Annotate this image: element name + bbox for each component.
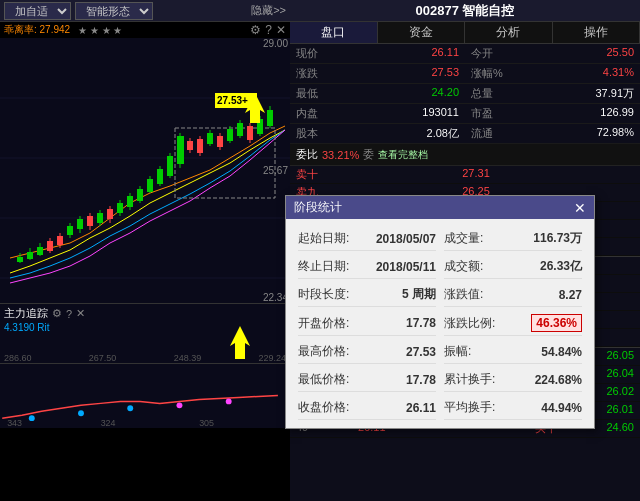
modal-low-value: 17.78: [406, 373, 436, 387]
settings-icon[interactable]: ⚙: [250, 23, 261, 37]
modal-period-value: 5 周期: [402, 286, 436, 303]
total-vol-value: 37.91万: [595, 86, 634, 101]
change-pct-value: 4.31%: [603, 66, 634, 81]
pe-row: 市盈 126.99: [465, 104, 640, 124]
tab-capital[interactable]: 资金: [378, 22, 466, 43]
indicator-settings-icon[interactable]: ⚙: [52, 307, 62, 320]
change-label: 涨跌: [296, 66, 318, 81]
indicator-help-icon[interactable]: ?: [66, 308, 72, 320]
low-label: 最低: [296, 86, 318, 101]
tab-analysis[interactable]: 分析: [465, 22, 553, 43]
ma-label: 乖离率: 27.942: [4, 23, 70, 37]
commission-bar: 委比 33.21% 委 查看完整档: [290, 144, 640, 166]
modal-volume-label: 成交量:: [444, 230, 483, 247]
current-price-label: 现价: [296, 46, 318, 61]
indicator-close-icon[interactable]: ✕: [76, 307, 85, 320]
shares-label: 股本: [296, 126, 318, 141]
change-pct-row: 涨幅% 4.31%: [465, 64, 640, 84]
price-29: 29.00: [263, 38, 288, 49]
modal-title-bar: 阶段统计 ✕: [286, 196, 594, 219]
internal-row: 内盘 193011: [290, 104, 465, 124]
svg-rect-39: [187, 141, 193, 150]
svg-rect-21: [97, 213, 103, 223]
modal-low-row: 最低价格: 17.78: [298, 368, 436, 392]
chart-toolbar: 加自适 智能形态 隐藏>>: [0, 0, 290, 22]
indicator-name: 主力追踪: [4, 306, 48, 321]
svg-rect-46: [217, 136, 223, 147]
trade-right-price2: 26.04: [606, 367, 634, 382]
stock-data-grid: 现价 26.11 今开 25.50 涨跌 27.53 涨幅% 4.31% 最低 …: [290, 44, 640, 144]
tab-pankou[interactable]: 盘口: [290, 22, 378, 43]
total-vol-label: 总量: [471, 86, 493, 101]
change-value: 27.53: [431, 66, 459, 81]
svg-rect-42: [197, 139, 203, 153]
internal-value: 193011: [422, 106, 459, 121]
modal-open-value: 17.78: [406, 316, 436, 330]
pe-label: 市盈: [471, 106, 493, 121]
modal-period-label: 时段长度:: [298, 286, 349, 303]
modal-start-date-row: 起始日期: 2018/05/07: [298, 227, 436, 251]
modal-change-pct-value: 46.36%: [531, 314, 582, 332]
commission-label: 委比: [296, 147, 318, 162]
modal-high-label: 最高价格:: [298, 343, 349, 360]
bottom-num-2: 267.50: [89, 353, 117, 363]
svg-point-61: [29, 415, 35, 421]
current-price-row: 现价 26.11: [290, 44, 465, 64]
commission-link[interactable]: 查看完整档: [378, 148, 428, 162]
modal-change-val-row: 涨跌值: 8.27: [444, 283, 582, 307]
commission-value: 33.21%: [322, 149, 359, 161]
indicator-label: 主力追踪 ⚙ ? ✕: [4, 306, 85, 321]
svg-rect-25: [117, 203, 123, 213]
close-chart-icon[interactable]: ✕: [276, 23, 286, 37]
modal-cum-value: 224.68%: [535, 373, 582, 387]
modal-amplitude-row: 振幅: 54.84%: [444, 340, 582, 364]
modal-title: 阶段统计: [294, 199, 342, 216]
svg-rect-31: [147, 179, 153, 192]
open-price-row: 今开 25.50: [465, 44, 640, 64]
sell10-label: 卖十: [296, 167, 318, 182]
circulation-row: 流通 72.98%: [465, 124, 640, 144]
modal-change-val-value: 8.27: [559, 288, 582, 302]
svg-point-62: [78, 410, 84, 416]
modal-end-date-value: 2018/05/11: [376, 260, 436, 274]
svg-rect-35: [167, 156, 173, 176]
help-icon[interactable]: ?: [265, 23, 272, 37]
sell-order-10: 卖十 27.31: [290, 166, 640, 184]
circulation-label: 流通: [471, 126, 493, 141]
trade-right-price3: 26.02: [606, 385, 634, 400]
trade-right-price: 26.05: [606, 349, 634, 364]
sell10-price: 27.31: [462, 167, 490, 182]
svg-rect-44: [207, 133, 213, 144]
adapt-dropdown[interactable]: 加自适: [4, 2, 71, 20]
low-row: 最低 24.20: [290, 84, 465, 104]
modal-close-btn[interactable]: ✕: [574, 200, 586, 216]
change-pct-label: 涨幅%: [471, 66, 503, 81]
modal-high-value: 27.53: [406, 345, 436, 359]
svg-rect-52: [247, 126, 253, 140]
svg-rect-33: [157, 169, 163, 184]
modal-amount-value: 26.33亿: [540, 258, 582, 275]
modal-end-date-label: 终止日期:: [298, 258, 349, 275]
svg-text:343: 343: [7, 418, 22, 428]
modal-low-label: 最低价格:: [298, 371, 349, 388]
price-2567: 25.67: [263, 165, 288, 176]
svg-rect-50: [237, 123, 243, 136]
shares-row: 股本 2.08亿: [290, 124, 465, 144]
hidden-label[interactable]: 隐藏>>: [251, 3, 286, 18]
pattern-dropdown[interactable]: 智能形态: [75, 2, 153, 20]
modal-open-row: 开盘价格: 17.78: [298, 311, 436, 336]
modal-change-pct-label: 涨跌比例:: [444, 315, 495, 332]
tab-operation[interactable]: 操作: [553, 22, 641, 43]
svg-text:305: 305: [199, 418, 214, 428]
circulation-value: 72.98%: [597, 126, 634, 141]
modal-stats: 阶段统计 ✕ 起始日期: 2018/05/07 成交量: 116.73万 终止日…: [285, 195, 595, 429]
internal-label: 内盘: [296, 106, 318, 121]
current-price-value: 26.11: [431, 46, 459, 61]
stock-title: 002877 智能自控: [416, 2, 515, 20]
modal-end-date-row: 终止日期: 2018/05/11: [298, 255, 436, 279]
svg-text:27.53+: 27.53+: [217, 95, 248, 106]
modal-start-date-label: 起始日期:: [298, 230, 349, 247]
svg-rect-9: [37, 247, 43, 255]
modal-change-val-label: 涨跌值:: [444, 286, 483, 303]
svg-rect-11: [47, 241, 53, 251]
